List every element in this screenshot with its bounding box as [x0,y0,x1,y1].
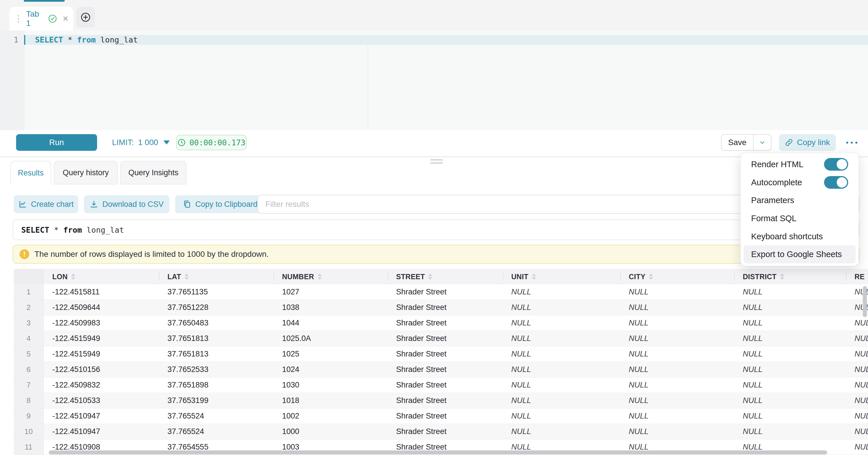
table-cell[interactable]: NULL [620,408,734,424]
pane-resize-handle[interactable] [430,159,443,165]
copy-to-clipboard-button[interactable]: Copy to Clipboard [175,195,265,213]
table-cell[interactable]: NULL [734,346,846,362]
menu-item-parameters[interactable]: Parameters [741,191,859,209]
table-cell[interactable]: Shrader Street [388,346,503,362]
sort-icon[interactable] [428,273,432,280]
table-cell[interactable]: -122.4515949 [44,331,159,346]
table-cell[interactable]: -122.4509832 [44,377,159,393]
table-cell[interactable]: NULL [734,300,846,315]
horizontal-scrollbar[interactable] [49,450,827,454]
drag-handle-icon[interactable]: ⋮ [14,14,23,23]
table-cell[interactable]: NULL [503,346,620,362]
table-cell[interactable]: NULL [503,424,620,439]
table-cell[interactable]: Shrader Street [388,377,503,393]
sort-icon[interactable] [780,273,784,280]
sort-icon[interactable] [532,273,536,280]
table-cell[interactable]: -122.4510947 [44,408,159,424]
table-cell[interactable]: NULL [734,424,846,439]
sql-editor[interactable]: 1 SELECT * from long_lat [0,30,868,130]
table-cell[interactable]: Shrader Street [388,362,503,377]
create-chart-button[interactable]: Create chart [14,195,78,213]
table-cell[interactable]: NULL [846,424,868,439]
table-cell[interactable]: NULL [620,377,734,393]
vertical-scrollbar[interactable] [863,286,867,317]
table-cell[interactable]: -122.4509644 [44,300,159,315]
tab-query-history[interactable]: Query history [54,161,118,184]
table-cell[interactable]: NULL [734,377,846,393]
table-cell[interactable]: 37.7651135 [159,284,273,300]
column-header-street[interactable]: STREET [388,269,503,284]
table-cell[interactable]: Shrader Street [388,331,503,346]
table-cell[interactable]: NULL [846,331,868,346]
save-button[interactable]: Save [721,134,754,151]
table-cell[interactable]: 1000 [273,424,388,439]
table-cell[interactable]: 1002 [273,408,388,424]
table-cell[interactable]: NULL [620,393,734,408]
run-button[interactable]: Run [16,134,97,151]
download-csv-button[interactable]: Download to CSV [84,195,169,213]
sort-icon[interactable] [185,273,189,280]
column-header-number[interactable]: NUMBER [273,269,388,284]
table-cell[interactable]: 37.765524 [159,408,273,424]
table-cell[interactable]: Shrader Street [388,408,503,424]
tab-query-insights[interactable]: Query Insights [120,161,186,184]
column-header-unit[interactable]: UNIT [503,269,620,284]
table-cell[interactable]: NULL [620,346,734,362]
table-cell[interactable]: NULL [846,377,868,393]
table-cell[interactable]: NULL [503,300,620,315]
column-header-city[interactable]: CITY [620,269,734,284]
menu-item-export-to-google-sheets[interactable]: Export to Google Sheets [744,245,856,264]
table-cell[interactable]: NULL [734,284,846,300]
sort-icon[interactable] [649,273,653,280]
table-cell[interactable]: NULL [503,393,620,408]
table-cell[interactable]: 37.7650483 [159,315,273,331]
table-cell[interactable]: -122.4515949 [44,346,159,362]
table-cell[interactable]: 37.7652533 [159,362,273,377]
table-cell[interactable]: 37.7651813 [159,346,273,362]
table-cell[interactable]: NULL [846,439,868,455]
table-cell[interactable]: NULL [846,393,868,408]
table-cell[interactable]: 1030 [273,377,388,393]
table-cell[interactable]: 1025 [273,346,388,362]
menu-item-format-sql[interactable]: Format SQL [741,209,859,228]
table-cell[interactable]: NULL [846,315,868,331]
menu-item-render-html[interactable]: Render HTML [741,155,859,174]
table-cell[interactable]: 37.7651228 [159,300,273,315]
table-cell[interactable]: NULL [620,284,734,300]
table-cell[interactable]: NULL [620,362,734,377]
tab-query[interactable]: ⋮ Tab 1 ✕ [9,7,73,30]
new-tab-button[interactable] [76,7,95,28]
table-cell[interactable]: NULL [503,331,620,346]
table-cell[interactable]: NULL [734,315,846,331]
limit-dropdown[interactable]: LIMIT: 1 000 [112,134,170,151]
copy-link-button[interactable]: Copy link [779,134,836,151]
table-cell[interactable]: -122.4510533 [44,393,159,408]
menu-item-keyboard-shortcuts[interactable]: Keyboard shortcuts [741,228,859,246]
table-cell[interactable]: 37.765524 [159,424,273,439]
toggle-render-html[interactable] [824,158,848,171]
table-cell[interactable]: NULL [734,362,846,377]
table-cell[interactable]: -122.4515811 [44,284,159,300]
table-cell[interactable]: 1025.0A [273,331,388,346]
sort-icon[interactable] [71,273,75,280]
table-cell[interactable]: Shrader Street [388,393,503,408]
table-cell[interactable]: NULL [734,408,846,424]
toggle-autocomplete[interactable] [824,176,848,189]
column-header-lat[interactable]: LAT [159,269,273,284]
table-cell[interactable]: NULL [620,424,734,439]
column-header-district[interactable]: DISTRICT [734,269,846,284]
table-cell[interactable]: 1038 [273,300,388,315]
table-cell[interactable]: NULL [846,408,868,424]
table-cell[interactable]: 1044 [273,315,388,331]
table-cell[interactable]: NULL [846,346,868,362]
table-cell[interactable]: 37.7653199 [159,393,273,408]
table-cell[interactable]: Shrader Street [388,300,503,315]
column-header-lon[interactable]: LON [44,269,159,284]
tab-results[interactable]: Results [10,161,51,184]
table-cell[interactable]: NULL [620,300,734,315]
table-cell[interactable]: 1027 [273,284,388,300]
table-cell[interactable]: NULL [503,408,620,424]
table-cell[interactable]: NULL [503,284,620,300]
sort-icon[interactable] [318,273,322,280]
table-cell[interactable]: NULL [734,331,846,346]
